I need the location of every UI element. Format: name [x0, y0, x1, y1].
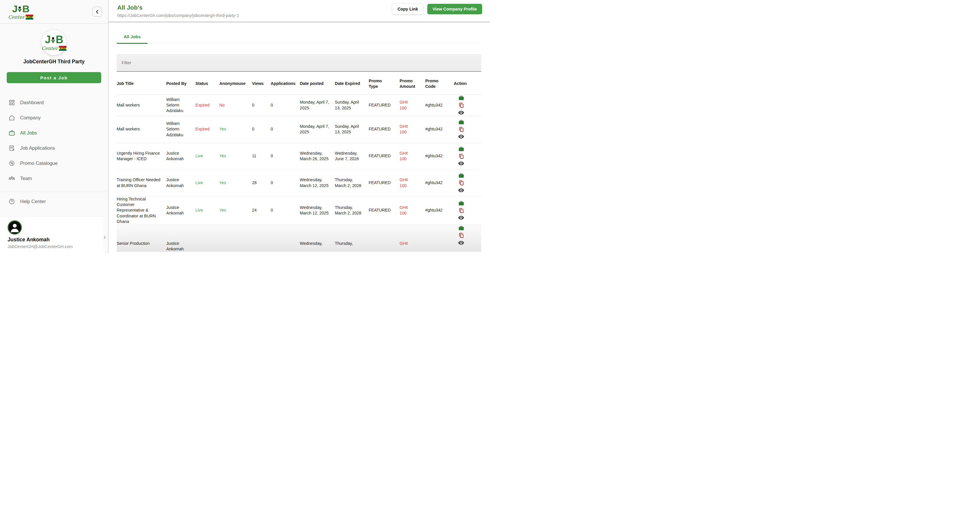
- view-action-button[interactable]: [458, 160, 465, 167]
- user-profile-card[interactable]: Justice Ankomah JobCenterGH@JobCenterGH.…: [0, 216, 103, 253]
- logo-letter-b: B: [22, 4, 29, 14]
- cell-job-title: Mall workers: [117, 116, 166, 143]
- view-action-button[interactable]: [458, 214, 465, 221]
- cell-actions: [454, 143, 481, 169]
- copy-action-button[interactable]: [458, 180, 465, 186]
- user-name: Justice Ankomah: [8, 237, 103, 243]
- view-action-button[interactable]: [458, 109, 465, 116]
- copy-icon: [458, 126, 465, 132]
- copy-action-button[interactable]: [458, 232, 465, 239]
- copy-action-button[interactable]: [458, 207, 465, 214]
- cell-date-posted: Wednesday, March 12, 2025: [300, 196, 335, 225]
- copy-icon: [458, 180, 465, 186]
- job-action-button[interactable]: [458, 225, 465, 231]
- filter-field[interactable]: Filter: [117, 54, 481, 72]
- cell-promo-amount: GH¢ 100: [399, 169, 425, 196]
- copy-action-button[interactable]: [458, 126, 465, 132]
- column-header-applications: Applications: [270, 73, 300, 94]
- sidebar-item-all-jobs[interactable]: All Jobs: [0, 125, 108, 140]
- job-action-button[interactable]: [458, 95, 465, 101]
- cell-promo-type: [369, 225, 399, 252]
- cell-promo-code: #ghtu342: [425, 169, 454, 196]
- cell-posted-by: Justice Ankomah: [166, 225, 196, 252]
- view-action-button[interactable]: [458, 133, 465, 140]
- page-header: All Job's https://JobCenterGh.com/jobs/c…: [108, 0, 490, 23]
- job-action-button[interactable]: [458, 200, 465, 206]
- cell-applications: 0: [270, 196, 300, 225]
- cell-actions: [454, 196, 481, 225]
- cell-job-title: Hiring Technical Customer Representative…: [117, 196, 166, 225]
- tab-all-jobs[interactable]: All Jobs: [117, 32, 148, 43]
- sidebar-item-job-applications[interactable]: Job Applications: [0, 140, 108, 156]
- gh-badge-text: GH: [25, 14, 33, 20]
- app-window: JB Center GH JB Center GH J: [0, 0, 490, 253]
- cell-job-title: Training Officer Needed at BURN Ghana: [117, 169, 166, 196]
- post-a-job-button[interactable]: Post a Job: [7, 72, 101, 83]
- sidebar-expand-chevron[interactable]: [102, 235, 107, 240]
- cell-promo-code: #ghtu342: [425, 116, 454, 143]
- sidebar-item-team[interactable]: Team: [0, 171, 108, 186]
- logo-center-text: Center: [8, 15, 24, 19]
- cell-views: 24: [252, 196, 270, 225]
- cell-actions: [454, 94, 481, 116]
- sidebar-item-label: Company: [20, 115, 41, 121]
- cell-actions: [454, 116, 481, 143]
- copy-action-button[interactable]: [458, 102, 465, 109]
- home-icon: [8, 114, 15, 121]
- ghana-flag-badge: GH: [59, 46, 67, 51]
- cell-promo-amount: GH¢ 100: [399, 196, 425, 225]
- job-action-button[interactable]: [458, 145, 465, 152]
- sidebar-item-promo-catalogue[interactable]: Promo Catalogue: [0, 156, 108, 171]
- cell-anonymous: Yes: [220, 196, 252, 225]
- copy-icon: [458, 232, 465, 238]
- sidebar-item-help-center[interactable]: Help Center: [0, 194, 108, 209]
- company-block: JB Center GH JobCenterGH Third Party: [0, 24, 108, 65]
- cell-date-expired: Thursday, March 2, 2028: [335, 169, 369, 196]
- cell-date-expired: Sunday, April 13, 2025: [335, 116, 369, 143]
- sidebar: JB Center GH JB Center GH J: [0, 0, 108, 253]
- sidebar-item-label: Help Center: [20, 199, 46, 204]
- cell-posted-by: William Selorm Adzidaku: [166, 94, 196, 116]
- cell-promo-amount: GH¢ 100: [399, 143, 425, 169]
- logo-letter-j: J: [12, 4, 18, 14]
- sidebar-item-dashboard[interactable]: Dashboard: [0, 95, 108, 110]
- cell-applications: 0: [270, 116, 300, 143]
- cell-status: Live: [196, 196, 220, 225]
- eye-icon: [458, 133, 465, 140]
- briefcase-icon: [458, 146, 465, 152]
- job-action-button[interactable]: [458, 119, 465, 125]
- briefcase-icon: [458, 200, 465, 206]
- table-row: Training Officer Needed at BURN GhanaJus…: [117, 169, 481, 196]
- table-row: Urgently Hiring Finance Manager - ICEDJu…: [117, 143, 481, 169]
- job-action-button[interactable]: [458, 172, 465, 179]
- cell-job-title: Senior Production: [117, 225, 166, 252]
- jobcentergh-logo-large: JB Center GH: [41, 34, 67, 51]
- table-row: Mall workersWilliam Selorm AdzidakuExpir…: [117, 94, 481, 116]
- column-header-views: Views: [252, 73, 270, 94]
- copy-link-button[interactable]: Copy Link: [392, 4, 423, 14]
- table-header-row: Job TitlePosted ByStatusAnonymouseViewsA…: [117, 73, 481, 94]
- view-action-button[interactable]: [458, 239, 465, 246]
- ghana-flag-badge: GH: [25, 14, 33, 20]
- cell-posted-by: William Selorm Adzidaku: [166, 116, 196, 143]
- cell-date-expired: Wednesday, June 7, 2028: [335, 143, 369, 169]
- cell-posted-by: Justice Ankomah: [166, 196, 196, 225]
- discount-icon: [8, 160, 15, 167]
- cell-actions: [454, 169, 481, 196]
- sidebar-item-company[interactable]: Company: [0, 110, 108, 125]
- sidebar-item-label: Dashboard: [20, 100, 44, 105]
- cell-promo-amount: GH¢ 100: [399, 94, 425, 116]
- view-company-profile-button[interactable]: View Company Profile: [427, 4, 482, 14]
- sidebar-collapse-button[interactable]: [92, 7, 102, 17]
- document-icon: [8, 144, 15, 152]
- cell-anonymous: Yes: [220, 143, 252, 169]
- table-row: Senior ProductionJustice AnkomahWednesda…: [117, 225, 481, 252]
- help-icon: [8, 198, 15, 205]
- copy-action-button[interactable]: [458, 153, 465, 159]
- view-action-button[interactable]: [458, 187, 465, 193]
- cell-status: Expired: [196, 94, 220, 116]
- cell-date-posted: Monday, April 7, 2025: [300, 116, 335, 143]
- cell-job-title: Mall workers: [117, 94, 166, 116]
- sidebar-item-label: Job Applications: [20, 145, 55, 151]
- sidebar-item-label: Team: [20, 176, 32, 181]
